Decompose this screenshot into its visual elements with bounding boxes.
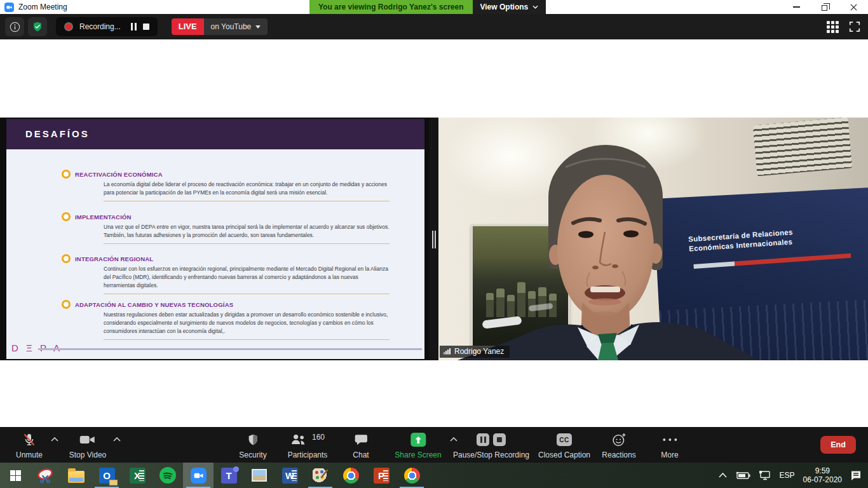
taskbar-powerpoint[interactable]: P — [366, 463, 397, 488]
section-divider — [104, 201, 390, 201]
section-body: Continuar con los esfuerzos en integraci… — [104, 265, 390, 290]
unmute-options-chevron[interactable] — [51, 437, 58, 442]
pause-stop-recording-button[interactable]: Pause/Stop Recording — [453, 432, 529, 459]
start-button[interactable] — [0, 463, 31, 488]
title-bar: Zoom Meeting You are viewing Rodrigo Yan… — [0, 0, 868, 14]
participants-button[interactable]: 160 Participants — [288, 432, 328, 459]
pause-recording-toolbar-icon — [477, 433, 489, 446]
tray-clock[interactable]: 9:59 06-07-2020 — [803, 466, 842, 484]
taskbar-spotify[interactable] — [153, 463, 183, 488]
system-tray: ESP 9:59 06-07-2020 — [719, 463, 868, 488]
restore-button[interactable] — [811, 0, 839, 14]
depa-footer-line — [38, 348, 422, 350]
video-options-chevron[interactable] — [113, 437, 121, 442]
network-icon — [759, 470, 771, 480]
taskbar-chrome-2[interactable] — [397, 463, 427, 488]
taskbar-zoom[interactable] — [183, 463, 214, 488]
slide-section: REACTIVACIÓN ECONÓMICA La economía digit… — [62, 170, 398, 201]
slide-section: INTEGRACIÓN REGIONAL Continuar con los e… — [62, 254, 398, 294]
excel-icon: X — [130, 468, 146, 484]
section-heading: REACTIVACIÓN ECONÓMICA — [75, 171, 163, 178]
taskbar-chrome[interactable] — [336, 463, 366, 488]
stop-video-button[interactable]: Stop Video — [69, 432, 107, 459]
section-divider — [104, 243, 390, 244]
chat-bubble-icon — [354, 433, 368, 447]
encryption-shield-button[interactable] — [28, 17, 47, 36]
section-body: La economía digital debe liderar el proc… — [104, 180, 390, 197]
section-heading: ADAPTACIÓN AL CAMBIO Y NUEVAS TECNOLOGÍA… — [75, 301, 233, 308]
stop-recording-icon[interactable] — [143, 24, 149, 30]
more-dots-icon — [663, 438, 677, 441]
speaker-portrait — [438, 118, 868, 360]
slide-title: DESAFÍOS — [25, 119, 90, 149]
snipping-tool-icon — [37, 467, 55, 484]
taskbar-paint[interactable] — [305, 463, 336, 488]
view-options-button[interactable]: View Options — [473, 0, 546, 14]
taskbar-snipping-tool[interactable] — [31, 463, 61, 488]
taskbar-teams[interactable]: T — [214, 463, 244, 488]
shield-check-icon — [32, 21, 43, 32]
tray-date: 06-07-2020 — [803, 475, 842, 484]
word-icon: W — [282, 468, 298, 484]
meeting-control-bar: Recording... LIVE on YouTube — [0, 14, 868, 39]
spotify-icon — [159, 467, 176, 484]
security-shield-icon — [247, 433, 259, 447]
section-body: Nuestras regulaciones deben estar actual… — [104, 311, 390, 336]
chrome-icon — [343, 468, 359, 484]
bullet-icon — [62, 212, 71, 221]
close-icon — [850, 4, 857, 11]
unmute-button[interactable]: Unmute — [16, 432, 43, 459]
closed-caption-button[interactable]: CC Closed Caption — [538, 432, 590, 459]
teams-icon: T — [221, 468, 237, 484]
minimize-icon — [793, 6, 800, 8]
taskbar-file-explorer[interactable] — [61, 463, 92, 488]
stop-recording-toolbar-icon — [493, 433, 506, 446]
participant-name-tag: Rodrigo Yanez — [440, 346, 510, 358]
video-camera-icon — [79, 433, 96, 447]
window-title: Zoom Meeting — [18, 3, 67, 11]
share-screen-icon — [410, 433, 426, 447]
participants-icon — [290, 433, 307, 447]
tray-network[interactable] — [759, 470, 771, 480]
bullet-icon — [62, 170, 71, 179]
chat-button[interactable]: Chat — [353, 432, 369, 459]
file-explorer-icon — [68, 471, 85, 483]
taskbar-outlook[interactable]: O — [92, 463, 122, 488]
tray-expand-chevron[interactable] — [719, 473, 727, 478]
paint-icon — [313, 468, 329, 482]
section-heading: INTEGRACIÓN REGIONAL — [75, 255, 153, 262]
more-button[interactable]: More — [661, 432, 678, 459]
recording-label: Recording... — [79, 22, 121, 31]
live-badge: LIVE — [172, 18, 204, 35]
cc-icon: CC — [557, 433, 572, 446]
pause-recording-icon[interactable] — [131, 23, 137, 30]
shared-screen-region: DESAFÍOS REACTIVACIÓN ECONÓMICA La econo… — [0, 118, 430, 360]
fullscreen-button[interactable] — [849, 21, 860, 32]
viewing-screen-banner: You are viewing Rodrigo Yanez's screen — [309, 0, 473, 14]
live-on-youtube-dropdown[interactable]: on YouTube — [204, 18, 268, 35]
taskbar-excel[interactable]: X — [122, 463, 153, 488]
speaker-video-tile: Subsecretaría de Relaciones Económicas I… — [438, 118, 868, 360]
restore-icon — [822, 5, 827, 11]
section-divider — [104, 294, 390, 294]
panel-resize-handle[interactable] — [430, 118, 438, 360]
taskbar-word[interactable]: W — [275, 463, 305, 488]
security-button[interactable]: Security — [239, 432, 266, 459]
outlook-icon: O — [99, 468, 115, 484]
close-button[interactable] — [839, 0, 868, 14]
taskbar-photos[interactable] — [244, 463, 275, 488]
gallery-view-button[interactable] — [827, 21, 839, 33]
section-divider — [104, 339, 390, 340]
reactions-button[interactable]: Reactions — [602, 432, 635, 459]
end-meeting-button[interactable]: End — [820, 436, 856, 454]
minimize-button[interactable] — [782, 0, 811, 14]
zoom-app-icon — [4, 3, 14, 12]
action-center-button[interactable] — [850, 470, 862, 481]
zoom-window: Zoom Meeting You are viewing Rodrigo Yan… — [0, 0, 868, 488]
share-screen-button[interactable]: Share Screen — [395, 432, 441, 459]
presentation-slide: DESAFÍOS REACTIVACIÓN ECONÓMICA La econo… — [6, 119, 424, 359]
tray-time: 9:59 — [803, 466, 842, 475]
tray-language[interactable]: ESP — [780, 471, 795, 480]
meeting-info-button[interactable] — [5, 17, 24, 36]
tray-battery[interactable] — [735, 471, 750, 480]
